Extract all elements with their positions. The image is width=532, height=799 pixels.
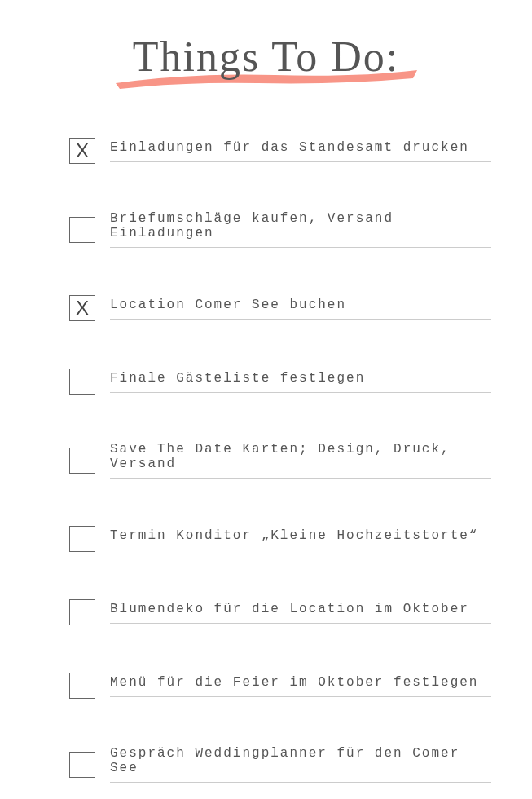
todo-item: X Einladungen für das Standesamt drucken — [69, 138, 491, 164]
item-text: Termin Konditor „Kleine Hochzeitstorte“ — [110, 528, 491, 550]
item-text: Save The Date Karten; Design, Druck, Ver… — [110, 442, 491, 479]
item-text: Finale Gästeliste festlegen — [110, 371, 491, 393]
checkbox[interactable] — [69, 526, 95, 552]
todo-item: Gespräch Weddingplanner für den Comer Se… — [69, 746, 491, 783]
page-title: Things To Do: — [41, 33, 491, 81]
todo-item: X Location Comer See buchen — [69, 295, 491, 321]
checkbox[interactable] — [69, 752, 95, 778]
checkbox[interactable]: X — [69, 295, 95, 321]
item-text: Menü für die Feier im Oktober festlegen — [110, 675, 491, 697]
item-text: Gespräch Weddingplanner für den Comer Se… — [110, 746, 491, 783]
item-text: Einladungen für das Standesamt drucken — [110, 140, 491, 162]
title-container: Things To Do: — [41, 33, 491, 97]
checkmark-icon: X — [76, 139, 89, 162]
checkbox[interactable] — [69, 448, 95, 474]
todo-item: Blumendeko für die Location im Oktober — [69, 599, 491, 625]
todo-item: Briefumschläge kaufen, Versand Einladung… — [69, 211, 491, 248]
checkbox[interactable] — [69, 673, 95, 699]
item-text: Location Comer See buchen — [110, 298, 491, 320]
todo-list: X Einladungen für das Standesamt drucken… — [41, 138, 491, 783]
todo-item: Save The Date Karten; Design, Druck, Ver… — [69, 442, 491, 479]
checkbox[interactable]: X — [69, 138, 95, 164]
checkmark-icon: X — [76, 297, 89, 320]
checkbox[interactable] — [69, 369, 95, 395]
todo-item: Finale Gästeliste festlegen — [69, 369, 491, 395]
todo-item: Termin Konditor „Kleine Hochzeitstorte“ — [69, 526, 491, 552]
item-text: Blumendeko für die Location im Oktober — [110, 602, 491, 624]
checkbox[interactable] — [69, 599, 95, 625]
checkbox[interactable] — [69, 217, 95, 243]
todo-item: Menü für die Feier im Oktober festlegen — [69, 673, 491, 699]
item-text: Briefumschläge kaufen, Versand Einladung… — [110, 211, 491, 248]
